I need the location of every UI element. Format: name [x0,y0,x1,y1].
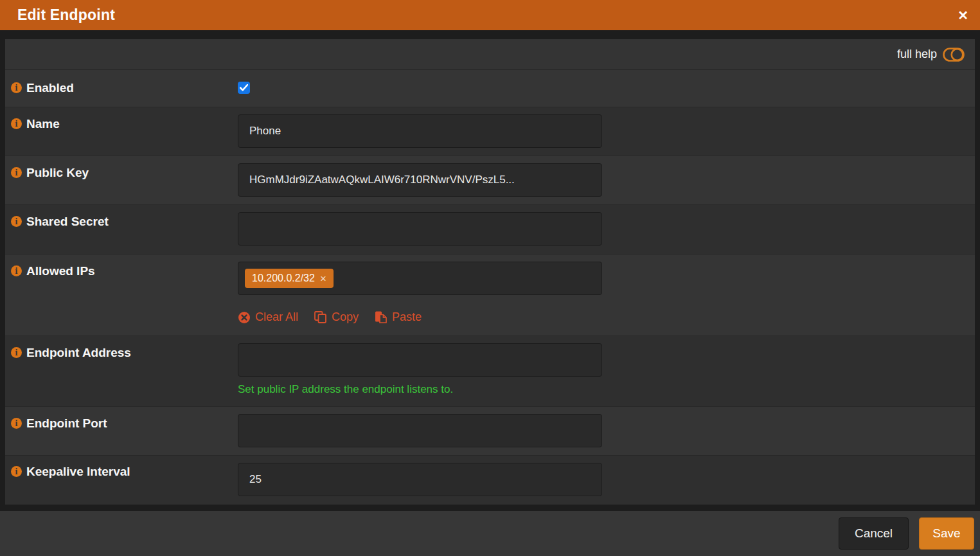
save-button[interactable]: Save [919,517,974,550]
dialog-header: Edit Endpoint ✕ [0,0,980,30]
field-label-group: i Enabled [5,70,238,107]
toggle-off-icon [943,48,965,62]
clear-all-button[interactable]: Clear All [238,310,298,324]
allowed-ips-input[interactable]: 10.200.0.2/32 × [238,262,602,295]
allowed-ips-actions: Clear All Copy [238,310,602,324]
enabled-checkbox[interactable] [238,82,250,94]
full-help-toggle[interactable]: full help [897,48,965,62]
form-panel: full help i Enabled [5,39,975,505]
endpoint-address-input[interactable] [238,343,602,377]
ip-token-value: 10.200.0.2/32 [252,273,315,284]
row-keepalive-interval: i Keepalive Interval [5,456,975,504]
copy-icon [314,310,327,324]
row-name: i Name [5,107,975,156]
check-icon [240,84,248,91]
enabled-label: Enabled [26,81,74,95]
info-icon[interactable]: i [11,216,22,227]
info-icon[interactable]: i [11,347,22,358]
endpoint-port-label: Endpoint Port [26,417,107,431]
paste-icon [374,310,388,324]
paste-label: Paste [392,310,422,324]
field-label-group: i Allowed IPs [5,255,238,336]
info-icon[interactable]: i [11,118,22,129]
help-row: full help [5,39,975,70]
row-allowed-ips: i Allowed IPs 10.200.0.2/32 × [5,255,975,336]
full-help-label: full help [897,48,937,61]
field-label-group: i Endpoint Port [5,407,238,455]
keepalive-interval-input[interactable] [238,463,602,496]
field-label-group: i Name [5,107,238,156]
times-circle-icon [238,311,251,324]
info-icon[interactable]: i [11,466,22,477]
public-key-label: Public Key [26,166,89,180]
allowed-ips-label: Allowed IPs [26,264,95,278]
close-icon[interactable]: ✕ [956,6,970,24]
field-label-group: i Keepalive Interval [5,456,238,504]
info-icon[interactable]: i [11,418,22,429]
name-label: Name [26,117,60,131]
row-endpoint-address: i Endpoint Address Set public IP address… [5,336,975,407]
edit-endpoint-dialog: Edit Endpoint ✕ full help i Enabled [0,0,980,556]
ip-token: 10.200.0.2/32 × [245,269,334,288]
field-label-group: i Public Key [5,156,238,204]
info-icon[interactable]: i [11,265,22,276]
public-key-input[interactable] [238,163,602,197]
info-icon[interactable]: i [11,82,22,93]
row-public-key: i Public Key [5,156,975,205]
row-shared-secret: i Shared Secret [5,205,975,255]
copy-label: Copy [332,310,359,324]
endpoint-address-label: Endpoint Address [26,346,131,360]
endpoint-port-input[interactable] [238,414,602,447]
endpoint-address-help: Set public IP address the endpoint liste… [238,383,602,396]
shared-secret-label: Shared Secret [26,215,109,229]
name-input[interactable] [238,114,602,148]
field-label-group: i Shared Secret [5,205,238,254]
keepalive-interval-label: Keepalive Interval [26,465,130,479]
enabled-control [238,70,250,107]
cancel-button[interactable]: Cancel [839,517,909,550]
token-remove-icon[interactable]: × [320,273,326,284]
clear-all-label: Clear All [255,310,298,324]
copy-button[interactable]: Copy [314,310,359,324]
row-enabled: i Enabled [5,70,975,107]
paste-button[interactable]: Paste [374,310,422,324]
dialog-title: Edit Endpoint [17,6,115,24]
info-icon[interactable]: i [11,167,22,178]
shared-secret-input[interactable] [238,212,602,246]
field-label-group: i Endpoint Address [5,336,238,406]
row-endpoint-port: i Endpoint Port [5,407,975,456]
dialog-footer: Cancel Save [0,511,980,556]
